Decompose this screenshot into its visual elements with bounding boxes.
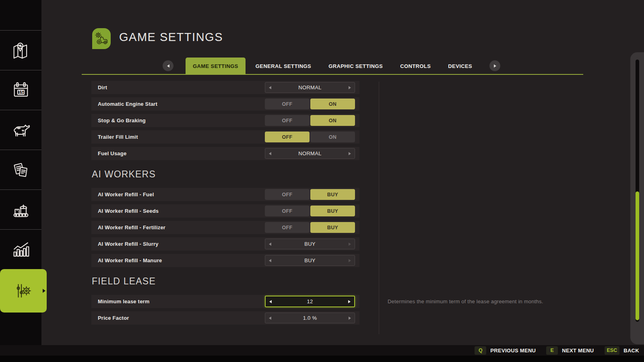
selector-dirt[interactable]: NORMAL (265, 82, 355, 93)
settings-row-ai-worker-refill-seeds: AI Worker Refill - SeedsOFFBUY (91, 204, 359, 218)
tab-label: GAME SETTINGS (193, 63, 238, 69)
tab-graphic-settings[interactable]: GRAPHIC SETTINGS (321, 58, 390, 74)
decrease-arrow-icon[interactable] (269, 152, 271, 155)
toggle-stop-go-braking: OFFON (265, 115, 355, 126)
setting-help-text: Determines the minimum term of the lease… (388, 298, 613, 304)
tab-devices[interactable]: DEVICES (441, 58, 479, 74)
settings-row-trailer-fill-limit: Trailer Fill LimitOFFON (91, 130, 359, 144)
selector-value: NORMAL (265, 150, 355, 156)
setting-label: AI Worker Refill - Fuel (98, 191, 154, 197)
sidebar-item-contracts[interactable] (0, 150, 41, 189)
toggle-option-off[interactable]: OFF (265, 132, 310, 142)
shortcut-back[interactable]: ESCBACK (605, 346, 639, 355)
shortcut-previous-menu[interactable]: QPREVIOUS MENU (475, 346, 536, 355)
tab-label: CONTROLS (400, 63, 431, 69)
key-badge-esc: ESC (605, 346, 620, 355)
sidebar-item-calendar[interactable]: 15 (0, 70, 41, 110)
selector-minimum-lease-term[interactable]: 12 (265, 296, 355, 307)
statistics-icon (10, 239, 31, 260)
selector-ai-worker-refill-manure[interactable]: BUY (265, 255, 355, 266)
tab-general-settings[interactable]: GENERAL SETTINGS (248, 58, 318, 74)
increase-arrow-icon[interactable] (349, 152, 351, 155)
scrollbar-track[interactable] (636, 60, 639, 322)
scrollbar (630, 52, 644, 344)
increase-arrow-icon[interactable] (349, 259, 351, 262)
tab-label: GENERAL SETTINGS (256, 63, 311, 69)
decrease-arrow-icon[interactable] (269, 300, 272, 303)
toggle-option-buy[interactable]: BUY (310, 222, 355, 233)
key-badge-q: Q (475, 346, 486, 355)
sidebar-item-production[interactable] (0, 189, 41, 229)
setting-label: AI Worker Refill - Manure (98, 257, 162, 263)
settings-list: DirtNORMALAutomatic Engine StartOFFONSto… (91, 77, 359, 328)
setting-label: Automatic Engine Start (98, 101, 157, 107)
settings-row-price-factor: Price Factor1.0 % (91, 311, 359, 325)
toggle-option-off[interactable]: OFF (265, 206, 310, 216)
contracts-icon (10, 159, 31, 180)
selector-fuel-usage[interactable]: NORMAL (265, 148, 355, 159)
toggle-option-on[interactable]: ON (310, 115, 355, 126)
key-badge-e: E (546, 346, 558, 355)
toggle-automatic-engine-start: OFFON (265, 99, 355, 109)
toggle-trailer-fill-limit: OFFON (265, 132, 355, 142)
selector-price-factor[interactable]: 1.0 % (265, 313, 355, 323)
sidebar-item-map[interactable] (0, 30, 41, 70)
toggle-option-buy[interactable]: BUY (310, 189, 355, 200)
setting-label: AI Worker Refill - Slurry (98, 241, 159, 247)
tab-bar: GAME SETTINGSGENERAL SETTINGSGRAPHIC SET… (186, 58, 479, 74)
map-icon (10, 40, 31, 61)
selector-value: BUY (265, 241, 355, 247)
toggle-option-off[interactable]: OFF (265, 222, 310, 233)
tabs-scroll-left-button[interactable] (163, 60, 173, 71)
production-icon (10, 199, 31, 220)
tab-label: DEVICES (448, 63, 472, 69)
selector-value: NORMAL (265, 84, 355, 90)
settings-row-stop-go-braking: Stop & Go BrakingOFFON (91, 114, 359, 127)
tab-label: GRAPHIC SETTINGS (328, 63, 383, 69)
setting-label: Fuel Usage (98, 150, 126, 156)
settings-row-minimum-lease-term: Minimum lease term12 (91, 295, 359, 308)
sidebar-item-settings[interactable] (0, 269, 47, 313)
toggle-option-on[interactable]: ON (310, 132, 355, 142)
increase-arrow-icon[interactable] (348, 300, 351, 303)
section-heading-ai-workers: AI WORKERS (92, 169, 359, 180)
arrow-right-icon (494, 64, 496, 68)
decrease-arrow-icon[interactable] (269, 243, 271, 246)
selector-value: 12 (266, 298, 354, 304)
selector-ai-worker-refill-slurry[interactable]: BUY (265, 239, 355, 249)
tab-game-settings[interactable]: GAME SETTINGS (186, 58, 246, 74)
decrease-arrow-icon[interactable] (269, 86, 271, 89)
toggle-option-buy[interactable]: BUY (310, 206, 355, 216)
increase-arrow-icon[interactable] (349, 317, 351, 320)
sidebar-items: 15 (0, 30, 41, 313)
calendar-icon: 15 (10, 80, 31, 101)
sidebar-item-statistics[interactable] (0, 229, 41, 269)
game-settings-icon (92, 28, 111, 49)
increase-arrow-icon[interactable] (349, 243, 351, 246)
section-heading-field-lease: FIELD LEASE (92, 276, 359, 287)
shortcut-separator (541, 348, 541, 354)
decrease-arrow-icon[interactable] (269, 259, 271, 262)
settings-row-ai-worker-refill-manure: AI Worker Refill - ManureBUY (91, 254, 359, 267)
tabs-scroll-right-button[interactable] (489, 60, 500, 71)
increase-arrow-icon[interactable] (349, 86, 351, 89)
toggle-option-off[interactable]: OFF (265, 115, 310, 126)
toggle-option-off[interactable]: OFF (265, 99, 310, 109)
scrollbar-thumb[interactable] (636, 191, 639, 320)
active-item-pointer-icon (43, 289, 45, 293)
settings-row-ai-worker-refill-fertilizer: AI Worker Refill - FertilizerOFFBUY (91, 221, 359, 234)
decrease-arrow-icon[interactable] (269, 317, 271, 320)
tab-controls[interactable]: CONTROLS (393, 58, 438, 74)
settings-row-automatic-engine-start: Automatic Engine StartOFFON (91, 97, 359, 111)
sidebar-item-animals[interactable] (0, 110, 41, 150)
selector-value: 1.0 % (265, 315, 355, 321)
settings-row-ai-worker-refill-fuel: AI Worker Refill - FuelOFFBUY (91, 188, 359, 201)
shortcut-next-menu[interactable]: ENEXT MENU (546, 346, 594, 355)
setting-label: AI Worker Refill - Fertilizer (98, 224, 165, 230)
setting-label: Stop & Go Braking (98, 117, 146, 123)
svg-text:15: 15 (18, 90, 23, 95)
toggle-option-on[interactable]: ON (310, 99, 355, 109)
toggle-option-off[interactable]: OFF (265, 189, 310, 200)
arrow-left-icon (167, 64, 169, 68)
settings-icon (13, 280, 34, 301)
